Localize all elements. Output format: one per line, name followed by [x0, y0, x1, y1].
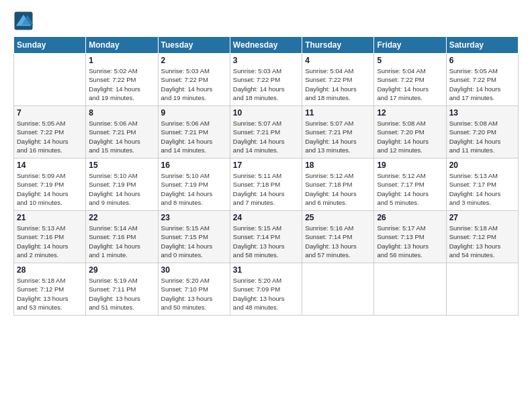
day-number: 4 — [305, 56, 371, 65]
calendar-header-sunday: Sunday — [14, 37, 86, 54]
day-info: Sunrise: 5:15 AMSunset: 7:14 PMDaylight:… — [233, 224, 299, 259]
day-number: 10 — [233, 108, 299, 118]
day-info: Sunrise: 5:20 AMSunset: 7:09 PMDaylight:… — [233, 276, 299, 312]
calendar-week-0: 1Sunrise: 5:02 AMSunset: 7:22 PMDaylight… — [14, 54, 519, 106]
day-number: 3 — [233, 56, 299, 65]
day-number: 7 — [17, 108, 83, 118]
header — [13, 11, 519, 31]
calendar-week-3: 21Sunrise: 5:13 AMSunset: 7:16 PMDayligh… — [14, 211, 519, 263]
calendar-cell: 27Sunrise: 5:18 AMSunset: 7:12 PMDayligh… — [446, 211, 518, 263]
day-number: 11 — [305, 108, 371, 118]
day-info: Sunrise: 5:03 AMSunset: 7:22 PMDaylight:… — [161, 66, 227, 102]
day-info: Sunrise: 5:08 AMSunset: 7:20 PMDaylight:… — [377, 119, 443, 154]
calendar-week-4: 28Sunrise: 5:18 AMSunset: 7:12 PMDayligh… — [14, 263, 519, 316]
calendar-cell — [446, 263, 518, 316]
day-number: 22 — [89, 213, 154, 222]
calendar-cell: 12Sunrise: 5:08 AMSunset: 7:20 PMDayligh… — [374, 106, 446, 158]
day-info: Sunrise: 5:02 AMSunset: 7:22 PMDaylight:… — [89, 66, 154, 102]
calendar-cell: 2Sunrise: 5:03 AMSunset: 7:22 PMDaylight… — [158, 54, 230, 106]
day-number: 28 — [17, 265, 83, 275]
day-number: 6 — [449, 56, 515, 65]
calendar-cell: 8Sunrise: 5:06 AMSunset: 7:21 PMDaylight… — [86, 106, 158, 158]
calendar-cell: 11Sunrise: 5:07 AMSunset: 7:21 PMDayligh… — [302, 106, 374, 158]
calendar-cell: 16Sunrise: 5:10 AMSunset: 7:19 PMDayligh… — [158, 158, 230, 211]
day-number: 26 — [377, 213, 443, 222]
day-number: 23 — [161, 213, 227, 222]
calendar-cell: 20Sunrise: 5:13 AMSunset: 7:17 PMDayligh… — [446, 158, 518, 211]
calendar-cell: 29Sunrise: 5:19 AMSunset: 7:11 PMDayligh… — [86, 263, 158, 316]
calendar-cell: 7Sunrise: 5:05 AMSunset: 7:22 PMDaylight… — [14, 106, 86, 158]
calendar-cell: 3Sunrise: 5:03 AMSunset: 7:22 PMDaylight… — [230, 54, 302, 106]
calendar-cell: 24Sunrise: 5:15 AMSunset: 7:14 PMDayligh… — [230, 211, 302, 263]
day-info: Sunrise: 5:12 AMSunset: 7:18 PMDaylight:… — [305, 171, 371, 207]
day-number: 31 — [233, 265, 299, 275]
day-number: 21 — [17, 213, 83, 222]
calendar-cell: 23Sunrise: 5:15 AMSunset: 7:15 PMDayligh… — [158, 211, 230, 263]
day-number: 2 — [161, 56, 227, 65]
day-info: Sunrise: 5:06 AMSunset: 7:21 PMDaylight:… — [89, 119, 154, 154]
calendar-header-tuesday: Tuesday — [158, 37, 230, 54]
day-number: 18 — [305, 161, 371, 170]
day-info: Sunrise: 5:20 AMSunset: 7:10 PMDaylight:… — [161, 276, 227, 312]
calendar-week-2: 14Sunrise: 5:09 AMSunset: 7:19 PMDayligh… — [14, 158, 519, 211]
day-number: 29 — [89, 265, 154, 275]
day-info: Sunrise: 5:05 AMSunset: 7:22 PMDaylight:… — [449, 66, 515, 102]
day-number: 14 — [17, 161, 83, 170]
day-number: 5 — [377, 56, 443, 65]
day-info: Sunrise: 5:07 AMSunset: 7:21 PMDaylight:… — [305, 119, 371, 154]
calendar-cell: 22Sunrise: 5:14 AMSunset: 7:16 PMDayligh… — [86, 211, 158, 263]
calendar-cell: 30Sunrise: 5:20 AMSunset: 7:10 PMDayligh… — [158, 263, 230, 316]
day-info: Sunrise: 5:04 AMSunset: 7:22 PMDaylight:… — [305, 66, 371, 102]
day-info: Sunrise: 5:16 AMSunset: 7:14 PMDaylight:… — [305, 224, 371, 259]
day-info: Sunrise: 5:05 AMSunset: 7:22 PMDaylight:… — [17, 119, 83, 154]
day-info: Sunrise: 5:13 AMSunset: 7:16 PMDaylight:… — [17, 224, 83, 259]
day-number: 24 — [233, 213, 299, 222]
calendar-header-saturday: Saturday — [446, 37, 518, 54]
day-info: Sunrise: 5:09 AMSunset: 7:19 PMDaylight:… — [17, 171, 83, 207]
calendar-cell: 10Sunrise: 5:07 AMSunset: 7:21 PMDayligh… — [230, 106, 302, 158]
day-info: Sunrise: 5:10 AMSunset: 7:19 PMDaylight:… — [89, 171, 154, 207]
day-info: Sunrise: 5:06 AMSunset: 7:21 PMDaylight:… — [161, 119, 227, 154]
day-info: Sunrise: 5:18 AMSunset: 7:12 PMDaylight:… — [449, 224, 515, 259]
day-number: 15 — [89, 161, 154, 170]
calendar-cell: 19Sunrise: 5:12 AMSunset: 7:17 PMDayligh… — [374, 158, 446, 211]
calendar-week-1: 7Sunrise: 5:05 AMSunset: 7:22 PMDaylight… — [14, 106, 519, 158]
calendar-header-monday: Monday — [86, 37, 158, 54]
calendar-cell: 25Sunrise: 5:16 AMSunset: 7:14 PMDayligh… — [302, 211, 374, 263]
calendar: SundayMondayTuesdayWednesdayThursdayFrid… — [13, 36, 519, 316]
calendar-cell: 6Sunrise: 5:05 AMSunset: 7:22 PMDaylight… — [446, 54, 518, 106]
day-number: 17 — [233, 161, 299, 170]
day-number: 16 — [161, 161, 227, 170]
calendar-cell: 31Sunrise: 5:20 AMSunset: 7:09 PMDayligh… — [230, 263, 302, 316]
calendar-cell: 9Sunrise: 5:06 AMSunset: 7:21 PMDaylight… — [158, 106, 230, 158]
day-info: Sunrise: 5:04 AMSunset: 7:22 PMDaylight:… — [377, 66, 443, 102]
calendar-cell — [14, 54, 86, 106]
calendar-cell: 21Sunrise: 5:13 AMSunset: 7:16 PMDayligh… — [14, 211, 86, 263]
calendar-cell: 26Sunrise: 5:17 AMSunset: 7:13 PMDayligh… — [374, 211, 446, 263]
calendar-header-friday: Friday — [374, 37, 446, 54]
day-number: 13 — [449, 108, 515, 118]
day-info: Sunrise: 5:12 AMSunset: 7:17 PMDaylight:… — [377, 171, 443, 207]
day-info: Sunrise: 5:13 AMSunset: 7:17 PMDaylight:… — [449, 171, 515, 207]
calendar-cell: 15Sunrise: 5:10 AMSunset: 7:19 PMDayligh… — [86, 158, 158, 211]
day-number: 20 — [449, 161, 515, 170]
calendar-header-wednesday: Wednesday — [230, 37, 302, 54]
calendar-cell: 13Sunrise: 5:08 AMSunset: 7:20 PMDayligh… — [446, 106, 518, 158]
day-info: Sunrise: 5:08 AMSunset: 7:20 PMDaylight:… — [449, 119, 515, 154]
calendar-header-row: SundayMondayTuesdayWednesdayThursdayFrid… — [14, 37, 519, 54]
logo — [13, 11, 36, 31]
day-number: 30 — [161, 265, 227, 275]
calendar-cell: 18Sunrise: 5:12 AMSunset: 7:18 PMDayligh… — [302, 158, 374, 211]
calendar-cell: 4Sunrise: 5:04 AMSunset: 7:22 PMDaylight… — [302, 54, 374, 106]
day-info: Sunrise: 5:03 AMSunset: 7:22 PMDaylight:… — [233, 66, 299, 102]
day-info: Sunrise: 5:19 AMSunset: 7:11 PMDaylight:… — [89, 276, 154, 312]
day-number: 19 — [377, 161, 443, 170]
day-info: Sunrise: 5:15 AMSunset: 7:15 PMDaylight:… — [161, 224, 227, 259]
day-info: Sunrise: 5:07 AMSunset: 7:21 PMDaylight:… — [233, 119, 299, 154]
calendar-cell: 17Sunrise: 5:11 AMSunset: 7:18 PMDayligh… — [230, 158, 302, 211]
day-number: 8 — [89, 108, 154, 118]
day-number: 9 — [161, 108, 227, 118]
page: SundayMondayTuesdayWednesdayThursdayFrid… — [0, 0, 532, 411]
calendar-cell: 1Sunrise: 5:02 AMSunset: 7:22 PMDaylight… — [86, 54, 158, 106]
day-info: Sunrise: 5:17 AMSunset: 7:13 PMDaylight:… — [377, 224, 443, 259]
